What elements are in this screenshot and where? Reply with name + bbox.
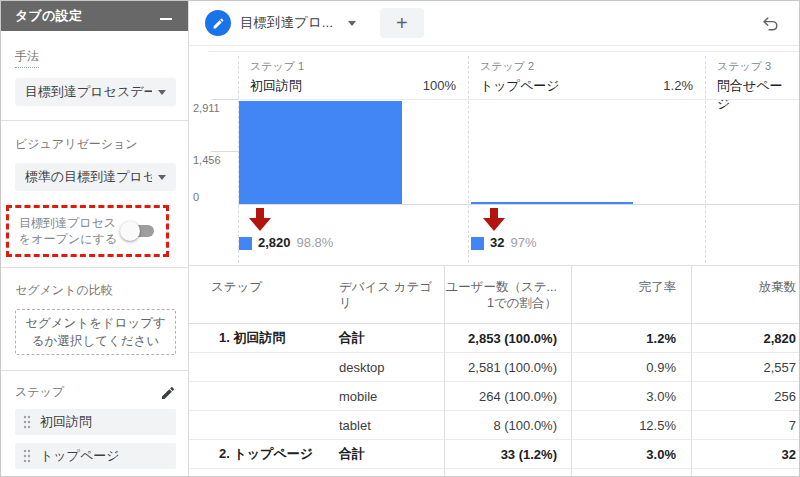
step-name: トップページ [480, 77, 560, 95]
step-rate: 100% [423, 78, 456, 93]
chart-top-border [208, 51, 799, 52]
edit-pencil-icon[interactable] [160, 385, 176, 401]
abandon-percent: 97% [510, 235, 536, 250]
technique-label: 手法 [15, 48, 39, 68]
table-row[interactable]: 2. トップページ 合計 33 (1.2%) 3.0% 32 [189, 440, 799, 469]
tab-edit-icon [205, 10, 231, 36]
segment-dropzone-text: セグメントをドロップするか選択してください [20, 314, 171, 350]
add-tab-button[interactable]: + [380, 8, 424, 38]
col-header-rate: 完了率 [571, 266, 691, 323]
divider [1, 370, 188, 371]
table-row[interactable]: tablet 8 (100.0%) 12.5% 7 [189, 411, 799, 440]
drag-grip-icon [23, 449, 31, 463]
step-rate: 1.2% [663, 78, 693, 93]
technique-value: 目標到達プロセスデー... [25, 83, 152, 101]
tab-strip: 目標到達プロ... + [189, 1, 799, 46]
divider [1, 267, 188, 268]
open-funnel-toggle[interactable] [124, 225, 154, 237]
tab-label: 目標到達プロ... [240, 14, 333, 32]
visualization-value: 標準の目標到達プロセス [25, 168, 152, 186]
step-chip-label: トップページ [40, 447, 120, 465]
col-header-device: デバイス カテゴリ [339, 266, 444, 323]
y-axis-label: 1,456 [193, 154, 221, 166]
abandon-count: 2,820 [258, 235, 291, 250]
segment-dropzone[interactable]: セグメントをドロップするか選択してください [15, 309, 176, 355]
abandon-arrow-icon [483, 208, 505, 231]
chevron-down-icon [158, 90, 166, 95]
steps-label: ステップ [15, 384, 64, 401]
y-tick [211, 151, 238, 152]
table-row-partial [189, 469, 799, 477]
minimize-icon[interactable] [160, 18, 172, 20]
tab-chevron-down-icon[interactable] [348, 21, 356, 26]
step-chip-1[interactable]: 初回訪問 [15, 409, 176, 435]
step-chip-2[interactable]: トップページ [15, 443, 176, 469]
sidebar-title: タブの設定 [15, 7, 82, 25]
table-row[interactable]: 1. 初回訪問 合計 2,853 (100.0%) 1.2% 2,820 [189, 324, 799, 353]
funnel-step-column-2: ステップ 2 トップページ 1.2% [468, 56, 705, 263]
undo-icon [761, 14, 779, 32]
chevron-down-icon [158, 175, 166, 180]
toggle-knob [120, 221, 140, 241]
undo-button[interactable] [761, 14, 779, 32]
visualization-select[interactable]: 標準の目標到達プロセス [15, 163, 176, 191]
funnel-visualization: ステップ 1 初回訪問 100% ステップ 2 トップページ 1.2% [189, 46, 799, 477]
segment-comparison-label: セグメントの比較 [15, 283, 113, 297]
divider [1, 120, 188, 121]
sidebar-header: タブの設定 [1, 1, 188, 31]
table-row[interactable]: mobile 264 (100.0%) 3.0% 256 [189, 382, 799, 411]
funnel-bar-step1[interactable] [239, 101, 402, 204]
tab-settings-sidebar: タブの設定 手法 目標到達プロセスデー... ビジュアリゼーション 標準の目標到… [1, 1, 189, 476]
y-axis-label: 2,911 [193, 102, 220, 114]
legend-swatch [471, 237, 484, 250]
table-header-row: ステップ デバイス カテゴリ ユーザー数（ステ... 1での割合） 完了率 放棄… [189, 265, 799, 324]
y-axis-label: 0 [193, 191, 199, 203]
drag-grip-icon [23, 415, 31, 429]
funnel-bar-step2[interactable] [471, 202, 633, 204]
gridline-max [238, 99, 799, 100]
step-number-label: ステップ 3 [717, 59, 789, 74]
step-chip-label: 初回訪問 [40, 413, 92, 431]
abandon-percent: 98.8% [297, 235, 334, 250]
abandon-arrow-icon [249, 208, 271, 231]
funnel-step-column-3: ステップ 3 問合せページ [705, 56, 800, 263]
step-name: 問合せページ [717, 77, 789, 113]
table-row[interactable]: desktop 2,581 (100.0%) 0.9% 2,557 [189, 353, 799, 382]
main-panel: 目標到達プロ... + ステップ 1 初回訪問 100% [189, 1, 799, 476]
y-tick [211, 99, 238, 100]
abandon-legend-step1: 2,820 98.8% [239, 235, 333, 250]
step-number-label: ステップ 2 [480, 59, 693, 74]
funnel-tab[interactable]: 目標到達プロ... [197, 1, 364, 45]
step-name: 初回訪問 [250, 77, 302, 95]
step-number-label: ステップ 1 [250, 59, 456, 74]
visualization-label: ビジュアリゼーション [15, 137, 138, 151]
legend-swatch [239, 237, 252, 250]
explore-window: タブの設定 手法 目標到達プロセスデー... ビジュアリゼーション 標準の目標到… [0, 0, 800, 477]
col-header-abandon: 放棄数 [691, 266, 800, 323]
technique-select[interactable]: 目標到達プロセスデー... [15, 78, 176, 106]
axis-baseline [238, 204, 799, 205]
abandon-count: 32 [490, 235, 504, 250]
abandon-legend-step2: 32 97% [471, 235, 537, 250]
open-funnel-highlight-box: 目標到達プロセスをオープンにする [6, 205, 169, 257]
funnel-data-table: ステップ デバイス カテゴリ ユーザー数（ステ... 1での割合） 完了率 放棄… [189, 265, 799, 477]
open-funnel-label: 目標到達プロセスをオープンにする [19, 215, 123, 247]
col-header-step: ステップ [211, 266, 339, 323]
col-header-users: ユーザー数（ステ... 1での割合） [444, 266, 571, 323]
